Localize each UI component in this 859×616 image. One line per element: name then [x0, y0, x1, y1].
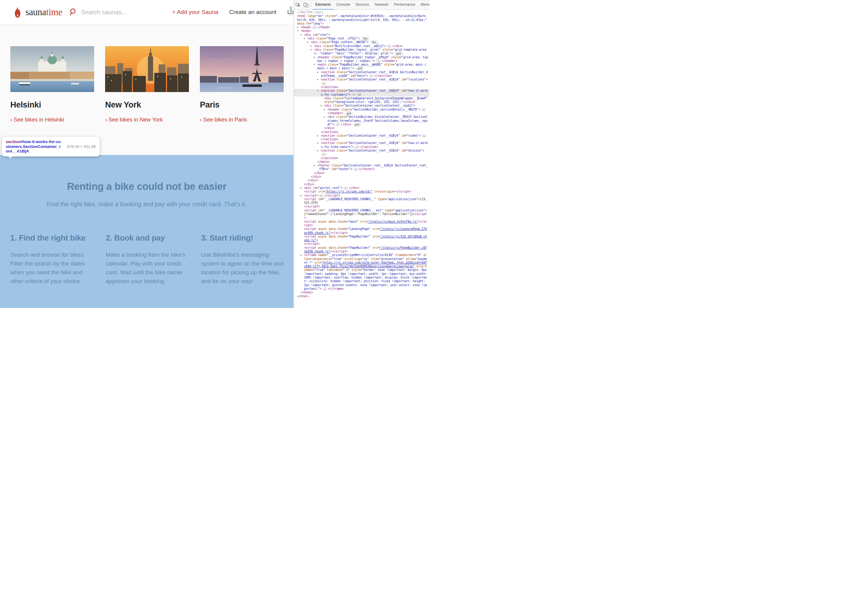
expand-inline-icon[interactable]: … — [369, 74, 373, 77]
twisty-expanded-icon[interactable]: ▼ — [314, 63, 317, 67]
devtools-tree-row[interactable]: <div class="CustomAppearance_backgroundI… — [294, 97, 430, 104]
devtools-tree-row[interactable]: ▶<iframe name="__privateStripeMetricsCon… — [294, 253, 430, 291]
twisty-expanded-icon[interactable]: ▼ — [300, 33, 304, 37]
expand-inline-icon[interactable]: … — [319, 194, 323, 197]
devtools-tree-row[interactable]: ▶<section class="SectionContainer_root__… — [294, 78, 430, 85]
flex-badge[interactable]: flex — [370, 41, 378, 44]
devtools-tree-row[interactable]: </div> — [294, 183, 430, 186]
devtools-tree-row[interactable]: ▶<section class="SectionContainer_root__… — [294, 134, 430, 138]
devtools-tree-row[interactable]: ▼<body> — [294, 29, 430, 33]
devtools-tree-row[interactable]: ▶<section class="SectionContainer_root__… — [294, 141, 430, 149]
tab-elements[interactable]: Elements — [312, 0, 334, 10]
grid-badge[interactable]: grid — [356, 67, 364, 70]
devtools-tree-row[interactable]: <script async data-chunk="LandingPage" s… — [294, 227, 430, 235]
twisty-collapsed-icon[interactable]: ▶ — [317, 134, 321, 138]
expand-inline-icon[interactable]: … — [335, 123, 340, 126]
page-scrollbar-thumb[interactable] — [290, 6, 292, 15]
devtools-tree-row[interactable]: </script> — [294, 242, 430, 246]
devtools-tree-row[interactable]: ▼<main class="PageBuilder_main__gWQRD" s… — [294, 63, 430, 70]
devtools-tree-row[interactable]: ▶<header class="PageBuilder_topbar__pP6y… — [294, 56, 430, 63]
twisty-collapsed-icon[interactable]: ▶ — [311, 44, 314, 48]
twisty-collapsed-icon[interactable]: ▶ — [314, 164, 317, 167]
grid-badge[interactable]: grid — [345, 111, 353, 115]
twisty-collapsed-icon[interactable]: ▶ — [297, 25, 301, 29]
expand-inline-icon[interactable]: … — [344, 186, 348, 189]
expand-inline-icon[interactable]: … — [387, 45, 392, 48]
twisty-collapsed-icon[interactable]: ▶ — [324, 115, 328, 119]
devtools-tree-row[interactable]: {"namedChunks":["LandingPage","PageBuild… — [294, 212, 430, 220]
devtools-tree-row[interactable]: <script async data-chunk="PageBuilder" s… — [294, 235, 430, 242]
grid-badge[interactable]: grid — [395, 52, 403, 55]
devtools-tree-row[interactable]: <script async data-chunk="main" src="/st… — [294, 220, 430, 228]
devtools-tree-row[interactable]: </div> — [294, 178, 430, 182]
devtools-tree-row[interactable]: <!DOCTYPE html> — [294, 11, 430, 14]
expand-inline-icon[interactable]: … — [421, 108, 426, 111]
expand-inline-icon[interactable]: … — [322, 153, 326, 156]
twisty-collapsed-icon[interactable]: ▶ — [314, 56, 317, 59]
brand-logo[interactable]: saunatime — [0, 6, 62, 18]
devtools-tree-row[interactable]: ▶<footer class="SectionContainer_root__A… — [294, 164, 430, 171]
devtools-tree-row[interactable]: ▼<div class="SectionContainer_sectionCon… — [294, 104, 430, 108]
devtools-tree-row[interactable]: ▼<div class="PageBuilder_layout__grcml" … — [294, 48, 430, 56]
devtools-tree-row[interactable]: ▼<div class="Page_root__cFSIj">flex — [294, 37, 430, 41]
devtools-tree-row[interactable]: </main> — [294, 160, 430, 164]
expand-inline-icon[interactable]: … — [422, 134, 426, 137]
devtools-tree-row[interactable]: ▼···<section class="SectionContainer_roo… — [294, 89, 430, 97]
new-york-photo[interactable] — [105, 46, 189, 92]
devtools-tree-row[interactable]: <script id="__LOADABLE_REQUIRED_CHUNKS__… — [294, 197, 430, 205]
device-toolbar-icon[interactable] — [302, 1, 310, 9]
inspect-element-icon[interactable] — [294, 1, 302, 9]
devtools-tree-row[interactable]: </html> — [294, 295, 430, 298]
expand-inline-icon[interactable]: … — [376, 59, 381, 63]
row-menu-icon[interactable]: ··· — [295, 89, 301, 92]
devtools-tree-row[interactable]: ▼<div class="Page_content__AW2GK">flex — [294, 41, 430, 44]
devtools-tree-row[interactable]: ▶<div id="portal-root">…</div> — [294, 186, 430, 190]
helsinki-photo[interactable] — [10, 46, 94, 92]
paris-photo[interactable] — [200, 46, 284, 92]
tab-performance[interactable]: Performance — [391, 0, 418, 10]
tab-console[interactable]: Console — [334, 0, 353, 10]
tab-memory[interactable]: Memory — [418, 0, 430, 10]
twisty-collapsed-icon[interactable]: ▶ — [300, 194, 304, 197]
see-bikes-link-paris[interactable]: › See bikes in Paris — [200, 117, 284, 123]
tab-sources[interactable]: Sources — [353, 0, 372, 10]
twisty-collapsed-icon[interactable]: ▶ — [324, 108, 328, 111]
twisty-expanded-icon[interactable]: ▼ — [317, 89, 321, 93]
devtools-tree-row[interactable]: ▶<section class="SectionContainer_root__… — [294, 149, 430, 156]
twisty-expanded-icon[interactable]: ▼ — [307, 41, 311, 44]
devtools-tree-row[interactable]: </body> — [294, 291, 430, 294]
devtools-tree-row[interactable]: ▼<div id="root"> — [294, 33, 430, 37]
twisty-expanded-icon[interactable]: ▼ — [297, 29, 301, 33]
search-input[interactable] — [81, 9, 172, 16]
devtools-tree-row[interactable]: </div> — [294, 175, 430, 178]
expand-inline-icon[interactable]: … — [354, 168, 358, 171]
twisty-expanded-icon[interactable]: ▼ — [304, 37, 308, 41]
devtools-tree-row[interactable]: </section> — [294, 138, 430, 141]
create-account-link[interactable]: Create an account — [229, 9, 276, 16]
devtools-tree-row[interactable]: ▶<header class="SectionBuilder_sectionDe… — [294, 108, 430, 116]
twisty-collapsed-icon[interactable]: ▶ — [317, 78, 321, 81]
devtools-tree-row[interactable]: <script async data-chunk="PageBuilder" s… — [294, 246, 430, 253]
flex-badge[interactable]: flex — [362, 37, 369, 41]
see-bikes-link-helsinki[interactable]: › See bikes in Helsinki — [10, 117, 94, 123]
twisty-collapsed-icon[interactable]: ▶ — [300, 186, 304, 190]
expand-inline-icon[interactable]: … — [322, 82, 326, 85]
devtools-tree-row[interactable]: </div> — [294, 127, 430, 130]
tab-network[interactable]: Network — [372, 0, 391, 10]
twisty-collapsed-icon[interactable]: ▶ — [317, 70, 321, 74]
twisty-collapsed-icon[interactable]: ▶ — [317, 149, 321, 152]
add-sauna-link[interactable]: + Add your Sauna — [172, 9, 219, 16]
devtools-tree-row[interactable]: <script id="__LOADABLE_REQUIRED_CHUNKS__… — [294, 209, 430, 212]
expand-inline-icon[interactable]: … — [323, 287, 327, 290]
expand-inline-icon[interactable]: … — [312, 26, 317, 29]
twisty-collapsed-icon[interactable]: ▶ — [300, 253, 304, 257]
devtools-tree-row[interactable]: ▶<script>…</script> — [294, 194, 430, 197]
twisty-expanded-icon[interactable]: ▼ — [311, 48, 314, 52]
devtools-tree-row[interactable]: </script> — [294, 205, 430, 208]
expand-inline-icon[interactable]: … — [355, 145, 360, 149]
grid-badge[interactable]: grid — [353, 123, 361, 127]
devtools-tree-row[interactable]: </section> — [294, 130, 430, 134]
devtools-tree-row[interactable]: ▶<div class="SectionBuilder_blockContain… — [294, 115, 430, 127]
devtools-tree-row[interactable]: </div> — [294, 171, 430, 175]
devtools-tree-row[interactable]: ▶<head>…</head> — [294, 25, 430, 29]
